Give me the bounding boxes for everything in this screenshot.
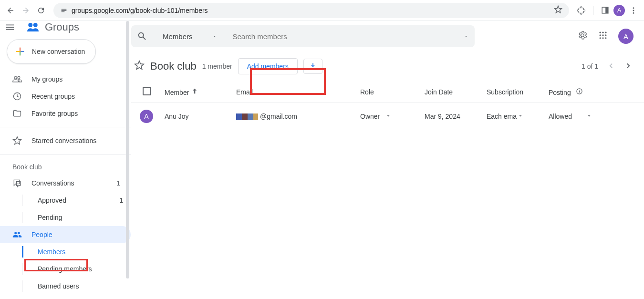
sidebar-item-people[interactable]: People bbox=[0, 226, 131, 243]
sidebar-item-about[interactable]: About bbox=[0, 295, 131, 299]
site-info-icon bbox=[60, 7, 68, 14]
sidebar-label: Favorite groups bbox=[31, 110, 78, 117]
col-posting[interactable]: Posting bbox=[545, 81, 644, 103]
svg-point-2 bbox=[633, 7, 634, 9]
sidebar-label: Recent groups bbox=[31, 93, 75, 100]
brand[interactable]: Groups bbox=[26, 21, 120, 33]
svg-point-11 bbox=[605, 32, 606, 33]
svg-point-3 bbox=[633, 10, 634, 11]
nav-back-button[interactable] bbox=[4, 4, 17, 17]
apps-grid-icon[interactable] bbox=[598, 31, 608, 42]
new-conversation-button[interactable]: New conversation bbox=[7, 39, 96, 64]
info-icon[interactable] bbox=[576, 89, 583, 96]
posting-dropdown-icon[interactable] bbox=[586, 113, 592, 120]
groups-logo-icon bbox=[26, 21, 40, 33]
approved-count: 1 bbox=[119, 196, 123, 204]
search-input[interactable] bbox=[221, 32, 459, 41]
sidebar-sub-pending[interactable]: Pending bbox=[0, 209, 131, 226]
member-avatar: A bbox=[140, 110, 153, 123]
svg-point-17 bbox=[605, 37, 606, 39]
browser-menu-icon[interactable] bbox=[627, 4, 640, 17]
sidebar-label: Pending members bbox=[22, 263, 92, 275]
sidebar-sub-banned[interactable]: Banned users bbox=[0, 278, 131, 295]
svg-point-10 bbox=[602, 32, 603, 33]
download-icon bbox=[309, 62, 317, 71]
svg-point-5 bbox=[28, 23, 32, 27]
hamburger-menu[interactable] bbox=[0, 22, 20, 32]
sidebar-item-favorite-groups[interactable]: Favorite groups bbox=[0, 105, 131, 122]
sidebar-label: Approved bbox=[22, 195, 66, 206]
sidebar-label: Banned users bbox=[22, 280, 79, 292]
svg-point-9 bbox=[600, 32, 601, 33]
main-content: Members A Book club 1 member Add members… bbox=[131, 21, 644, 299]
col-join-date[interactable]: Join Date bbox=[421, 81, 483, 103]
pager-next-icon[interactable] bbox=[624, 62, 633, 72]
sidebar-sub-pending-members[interactable]: Pending members bbox=[0, 260, 131, 278]
pager-text: 1 of 1 bbox=[582, 62, 598, 70]
nav-forward-button[interactable] bbox=[19, 4, 32, 17]
subscription-dropdown-icon[interactable] bbox=[518, 113, 523, 120]
pager: 1 of 1 bbox=[582, 62, 633, 72]
svg-point-4 bbox=[633, 12, 634, 13]
favorite-star-icon[interactable] bbox=[134, 60, 145, 72]
member-name: Anu Joy bbox=[161, 103, 232, 130]
sidebar-item-recent-groups[interactable]: Recent groups bbox=[0, 88, 131, 105]
col-subscription[interactable]: Subscription bbox=[483, 81, 545, 103]
clock-icon bbox=[12, 92, 22, 101]
brand-name: Groups bbox=[45, 21, 79, 33]
scope-label: Members bbox=[163, 32, 193, 41]
col-role[interactable]: Role bbox=[356, 81, 421, 103]
sidebar-label: Members bbox=[22, 246, 65, 258]
sidebar-item-conversations[interactable]: Conversations 1 bbox=[0, 175, 131, 192]
address-bar[interactable]: groups.google.com/g/book-club-101/member… bbox=[53, 3, 569, 18]
role-dropdown-icon[interactable] bbox=[385, 113, 391, 120]
nav-reload-button[interactable] bbox=[34, 4, 48, 17]
table-row[interactable]: A Anu Joy @gmail.com Owner Mar 9, 2024 E… bbox=[131, 103, 644, 130]
sidebar-label: My groups bbox=[31, 75, 62, 83]
search-scope-dropdown[interactable]: Members bbox=[151, 32, 218, 41]
chevron-down-icon bbox=[212, 33, 218, 39]
folder-star-icon bbox=[12, 109, 22, 118]
bookmark-icon[interactable] bbox=[554, 5, 562, 15]
redacted-email-prefix bbox=[236, 113, 258, 120]
member-subscription: Each ema bbox=[487, 113, 517, 120]
col-email[interactable]: Email bbox=[232, 81, 356, 103]
sidebar: Groups New conversation My groups Recent… bbox=[0, 21, 131, 299]
sidebar-group-label: Book club bbox=[0, 159, 131, 175]
panel-icon[interactable] bbox=[598, 4, 612, 17]
conversations-count: 1 bbox=[116, 179, 120, 187]
account-avatar[interactable]: A bbox=[618, 29, 634, 44]
profile-avatar[interactable]: A bbox=[613, 5, 625, 16]
export-button[interactable] bbox=[303, 59, 322, 74]
divider bbox=[0, 127, 131, 127]
chat-icon bbox=[12, 178, 22, 188]
svg-point-15 bbox=[600, 37, 601, 39]
toolbar-separator bbox=[593, 6, 593, 15]
member-posting: Allowed bbox=[549, 113, 572, 120]
search-icon[interactable] bbox=[137, 31, 147, 41]
sort-asc-icon[interactable] bbox=[191, 89, 198, 96]
select-all-checkbox[interactable] bbox=[143, 87, 151, 95]
sidebar-sub-approved[interactable]: Approved 1 bbox=[0, 192, 131, 209]
svg-rect-1 bbox=[605, 7, 608, 13]
member-email: @gmail.com bbox=[232, 103, 356, 130]
groups-icon bbox=[12, 74, 22, 84]
pager-prev-icon[interactable] bbox=[607, 62, 615, 72]
browser-toolbar: groups.google.com/g/book-club-101/member… bbox=[0, 0, 644, 21]
group-title: Book club bbox=[150, 60, 197, 72]
star-icon bbox=[12, 136, 22, 145]
svg-point-12 bbox=[600, 34, 601, 36]
extensions-icon[interactable] bbox=[575, 4, 588, 17]
col-member[interactable]: Member bbox=[165, 89, 189, 96]
svg-point-6 bbox=[33, 23, 38, 27]
sidebar-item-my-groups[interactable]: My groups bbox=[0, 71, 131, 88]
add-members-button[interactable]: Add members bbox=[238, 58, 298, 74]
search-options-dropdown-icon[interactable] bbox=[463, 33, 469, 39]
settings-icon[interactable] bbox=[577, 30, 588, 42]
url-text: groups.google.com/g/book-club-101/member… bbox=[72, 7, 550, 14]
divider bbox=[0, 154, 131, 155]
new-conversation-label: New conversation bbox=[32, 48, 85, 55]
sidebar-label: People bbox=[31, 231, 52, 238]
sidebar-sub-members[interactable]: Members bbox=[0, 243, 131, 260]
sidebar-item-starred[interactable]: Starred conversations bbox=[0, 132, 131, 149]
